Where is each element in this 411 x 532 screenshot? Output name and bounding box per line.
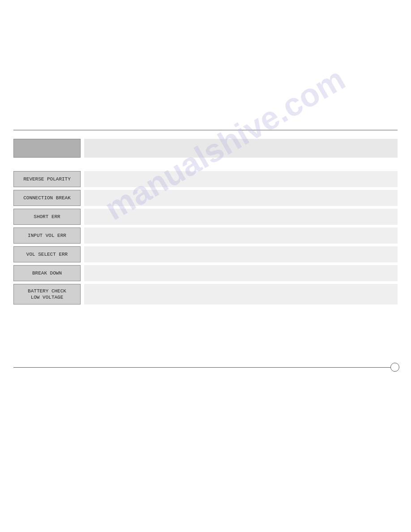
input-vol-err-button: INPUT VOL ERR xyxy=(13,227,81,244)
content-area: REVERSE POLARITY CONNECTION BREAK SHORT … xyxy=(13,132,398,305)
top-divider xyxy=(13,130,398,130)
short-err-button: SHORT ERR xyxy=(13,209,81,225)
header-bar xyxy=(84,139,398,158)
list-item: REVERSE POLARITY xyxy=(13,171,398,187)
header-label-box xyxy=(13,139,81,158)
list-item: BREAK DOWN xyxy=(13,265,398,281)
list-item: CONNECTION BREAK xyxy=(13,190,398,206)
bottom-circle xyxy=(390,363,399,372)
vol-select-err-bar xyxy=(84,246,398,262)
connection-break-bar xyxy=(84,190,398,206)
list-item: VOL SELECT ERR xyxy=(13,246,398,262)
battery-check-bar xyxy=(84,284,398,305)
short-err-bar xyxy=(84,209,398,225)
connection-break-button: CONNECTION BREAK xyxy=(13,190,81,206)
list-item: SHORT ERR xyxy=(13,209,398,225)
header-row xyxy=(13,139,398,158)
break-down-button: BREAK DOWN xyxy=(13,265,81,281)
bottom-divider xyxy=(13,367,398,368)
vol-select-err-button: VOL SELECT ERR xyxy=(13,246,81,262)
input-vol-err-bar xyxy=(84,227,398,244)
error-rows: REVERSE POLARITY CONNECTION BREAK SHORT … xyxy=(13,171,398,305)
reverse-polarity-button: REVERSE POLARITY xyxy=(13,171,81,187)
page-container: manualshive.com REVERSE POLARITY CONNECT… xyxy=(0,0,411,532)
break-down-bar xyxy=(84,265,398,281)
battery-check-button: BATTERY CHECKLOW VOLTAGE xyxy=(13,284,81,305)
list-item: BATTERY CHECKLOW VOLTAGE xyxy=(13,284,398,305)
list-item: INPUT VOL ERR xyxy=(13,227,398,244)
reverse-polarity-bar xyxy=(84,171,398,187)
